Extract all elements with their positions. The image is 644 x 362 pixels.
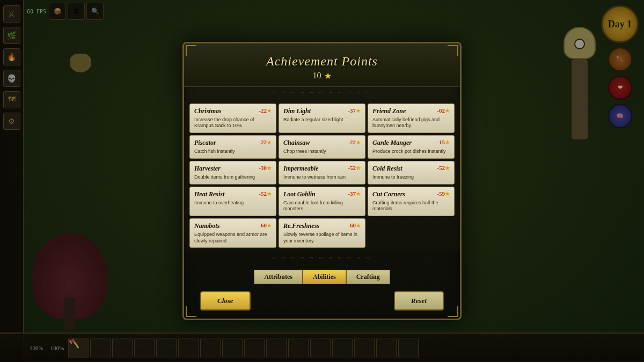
dialog-overlay: Achievement Points 10 ★ ~ ~ ~ ~ ~ ~ ~ ~ … xyxy=(0,0,644,362)
card-header-12: Nanobots -60★ xyxy=(194,222,272,230)
card-desc-3: Catch fish instantly xyxy=(194,149,272,155)
card-desc-0: Increase the drop chance of Krampus Sack… xyxy=(194,117,272,129)
tab-attributes[interactable]: Attributes xyxy=(254,270,303,284)
card-desc-5: Produce crock pot dishes instantly xyxy=(372,149,450,155)
achievement-card-1[interactable]: Dim Light -37★ Radiate a regular sized l… xyxy=(279,104,365,133)
points-star: ★ xyxy=(324,71,332,81)
achievement-card-11[interactable]: Cut Corners -59★ Crafting items requires… xyxy=(368,187,455,216)
card-cost-10: -37★ xyxy=(348,190,361,197)
card-header-9: Heat Resist -52★ xyxy=(194,190,272,198)
achievement-card-0[interactable]: Christmas -22★ Increase the drop chance … xyxy=(189,104,276,133)
achievement-grid: Christmas -22★ Increase the drop chance … xyxy=(184,99,460,253)
dialog-title: Achievement Points xyxy=(195,54,449,69)
corner-bl xyxy=(186,306,196,317)
reset-button[interactable]: Reset xyxy=(394,291,444,311)
card-cost-0: -22★ xyxy=(259,107,272,114)
tab-bar: Attributes Abilities Crafting xyxy=(184,264,460,287)
card-header-10: Loot Goblin -37★ xyxy=(283,190,361,198)
tab-crafting[interactable]: Crafting xyxy=(346,270,390,284)
card-desc-12: Equipped weapons and armor are slowly re… xyxy=(194,232,272,244)
achievement-card-9[interactable]: Heat Resist -52★ Immune to overheating xyxy=(189,187,276,216)
card-header-4: Chainsaw -22★ xyxy=(283,139,361,147)
card-header-5: Garde Manger -15★ xyxy=(372,139,450,147)
card-desc-9: Immune to overheating xyxy=(194,200,272,206)
card-cost-8: -52★ xyxy=(437,165,450,171)
achievement-card-6[interactable]: Harvester -30★ Double items from gatheri… xyxy=(189,161,276,184)
card-header-3: Piscator -22★ xyxy=(194,139,272,147)
card-desc-2: Automatically befriend pigs and bunnymen… xyxy=(372,117,450,129)
card-desc-4: Chop trees instantly xyxy=(283,149,361,155)
header-divider: ~ ~ ~ ~ ~ ~ ~ ~ ~ ~ ~ xyxy=(184,87,460,99)
card-cost-3: -22★ xyxy=(259,139,272,145)
card-desc-6: Double items from gathering xyxy=(194,174,272,181)
close-button[interactable]: Close xyxy=(200,291,251,311)
card-header-2: Friend Zone -02★ xyxy=(372,107,450,115)
card-cost-4: -22★ xyxy=(348,139,361,145)
card-title-8: Cold Resist xyxy=(372,165,402,173)
achievement-dialog: Achievement Points 10 ★ ~ ~ ~ ~ ~ ~ ~ ~ … xyxy=(182,42,462,321)
card-title-7: Impermeable xyxy=(283,165,318,173)
card-cost-5: -15★ xyxy=(437,139,450,145)
achievement-card-10[interactable]: Loot Goblin -37★ Gain double loot from k… xyxy=(279,187,365,216)
card-header-13: Re.Freshness -60★ xyxy=(283,222,361,230)
card-title-11: Cut Corners xyxy=(372,190,405,198)
card-title-6: Harvester xyxy=(194,165,221,173)
achievement-card-5[interactable]: Garde Manger -15★ Produce crock pot dish… xyxy=(368,135,455,159)
card-cost-2: -02★ xyxy=(437,107,450,114)
card-desc-10: Gain double loot from killing monsters xyxy=(283,200,361,212)
card-desc-8: Immune to freezing xyxy=(372,174,450,181)
card-desc-11: Crafting items requires half the materia… xyxy=(372,200,450,212)
card-header-11: Cut Corners -59★ xyxy=(372,190,450,198)
achievement-card-4[interactable]: Chainsaw -22★ Chop trees instantly xyxy=(279,135,365,159)
dialog-header: Achievement Points 10 ★ xyxy=(184,43,460,87)
card-header-8: Cold Resist -52★ xyxy=(372,165,450,173)
card-title-2: Friend Zone xyxy=(372,107,406,115)
card-cost-6: -30★ xyxy=(259,165,272,171)
points-value: 10 xyxy=(313,71,321,80)
card-cost-12: -60★ xyxy=(259,222,272,228)
card-title-1: Dim Light xyxy=(283,107,311,115)
achievement-card-12[interactable]: Nanobots -60★ Equipped weapons and armor… xyxy=(189,218,276,248)
tab-abilities[interactable]: Abilities xyxy=(303,270,346,284)
card-title-0: Christmas xyxy=(194,107,222,115)
achievement-card-13[interactable]: Re.Freshness -60★ Slowly reverse spoilag… xyxy=(279,218,365,248)
corner-tr xyxy=(448,45,458,56)
corner-br xyxy=(448,306,458,317)
footer-divider: ~ ~ ~ ~ ~ ~ ~ ~ ~ ~ ~ xyxy=(184,252,460,264)
dialog-points: 10 ★ xyxy=(195,71,449,81)
card-cost-9: -52★ xyxy=(259,190,272,197)
card-cost-7: -52★ xyxy=(348,165,361,171)
card-desc-1: Radiate a regular sized light xyxy=(283,117,361,123)
card-header-0: Christmas -22★ xyxy=(194,107,272,115)
card-title-10: Loot Goblin xyxy=(283,190,316,198)
achievement-card-8[interactable]: Cold Resist -52★ Immune to freezing xyxy=(368,161,455,184)
card-title-3: Piscator xyxy=(194,139,216,147)
card-cost-1: -37★ xyxy=(348,107,361,114)
card-header-6: Harvester -30★ xyxy=(194,165,272,173)
achievement-card-3[interactable]: Piscator -22★ Catch fish instantly xyxy=(189,135,276,159)
achievement-card-2[interactable]: Friend Zone -02★ Automatically befriend … xyxy=(368,104,455,133)
card-desc-13: Slowly reverse spoilage of items in your… xyxy=(283,232,361,244)
card-desc-7: Immune to wetness from rain xyxy=(283,174,361,181)
achievement-card-7[interactable]: Impermeable -52★ Immune to wetness from … xyxy=(279,161,365,184)
card-title-4: Chainsaw xyxy=(283,139,310,147)
card-title-13: Re.Freshness xyxy=(283,222,319,230)
card-cost-11: -59★ xyxy=(437,190,450,197)
card-header-1: Dim Light -37★ xyxy=(283,107,361,115)
dialog-buttons: Close Reset xyxy=(184,287,460,319)
card-title-5: Garde Manger xyxy=(372,139,412,147)
corner-tl xyxy=(186,45,196,56)
card-title-9: Heat Resist xyxy=(194,190,224,198)
card-header-7: Impermeable -52★ xyxy=(283,165,361,173)
card-title-12: Nanobots xyxy=(194,222,219,230)
card-cost-13: -60★ xyxy=(348,222,361,228)
